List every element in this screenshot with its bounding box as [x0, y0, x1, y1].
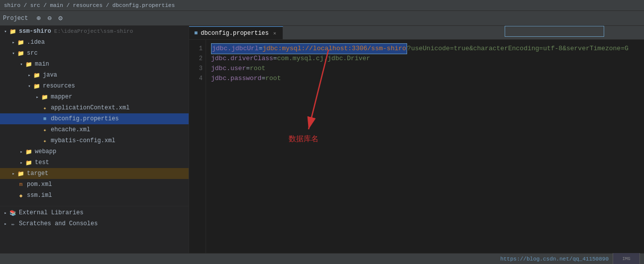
line-numbers: 1 2 3 4 — [189, 40, 206, 253]
item-label: pom.xml — [27, 181, 52, 188]
remove-icon[interactable]: ⊖ — [45, 14, 54, 23]
watermark-url: https://blog.csdn.net/qq_41150890 — [500, 256, 609, 262]
search-input[interactable] — [505, 28, 604, 35]
sidebar-item-webapp[interactable]: 📁 webapp — [0, 146, 189, 157]
prop-val-1-rest: ?useUnicode=true&characterEncoding=utf-8… — [407, 44, 629, 54]
top-breadcrumb-bar: shiro / src / main / resources / dbconfi… — [0, 0, 644, 11]
item-label: applicationContext.xml — [51, 104, 129, 111]
status-bar: https://blog.csdn.net/qq_41150890 IMG — [0, 253, 644, 264]
code-line-2: jdbc.driverClass=com.mysql.cj.jdbc.Drive… — [211, 54, 644, 64]
prop-val-3: root — [250, 64, 265, 74]
folder-target-icon: 📁 — [17, 170, 25, 177]
arrow-icon — [2, 209, 9, 216]
sidebar-item-applicationcontext[interactable]: ✦ applicationContext.xml — [0, 102, 189, 113]
sidebar-item-pom[interactable]: m pom.xml — [0, 179, 189, 190]
sidebar: 📁 ssm-shiro E:\ideaProject\ssm-shiro 📁 .… — [0, 26, 189, 253]
sidebar-item-java[interactable]: 📁 java — [0, 70, 189, 81]
prop-key-3: jdbc.user — [211, 64, 246, 74]
search-box[interactable] — [505, 26, 604, 37]
prop-val-4: root — [265, 74, 281, 84]
properties-icon: ■ — [41, 115, 49, 123]
sidebar-item-dbconfig[interactable]: ■ dbconfig.properties — [0, 113, 189, 124]
sidebar-item-test[interactable]: 📁 test — [0, 157, 189, 168]
item-label: dbconfig.properties — [51, 115, 119, 122]
folder-icon: 📁 — [17, 38, 25, 46]
arrow-icon — [18, 61, 25, 68]
item-label: ehcache.xml — [51, 126, 90, 133]
prop-key-1: jdbc.jdbcUrl — [212, 45, 259, 52]
tab-file-icon: ■ — [194, 30, 198, 37]
xml-icon: ✦ — [41, 104, 49, 112]
folder-icon: 📁 — [41, 93, 49, 101]
code-editor: 1 2 3 4 jdbc.jdbcUrl=jdbc:mysql://localh… — [189, 40, 644, 253]
arrow-icon — [26, 83, 33, 89]
item-label: webapp — [35, 148, 56, 155]
gear-icon[interactable]: ⚙ — [56, 14, 65, 23]
folder-icon: 📁 — [33, 71, 41, 79]
xml-icon: ✦ — [41, 126, 49, 134]
sidebar-item-mybatis[interactable]: ✦ mybatis-config.xml — [0, 135, 189, 146]
sidebar-item-ehcache[interactable]: ✦ ehcache.xml — [0, 124, 189, 135]
sidebar-item-scratches[interactable]: ✏ Scratches and Consoles — [0, 218, 189, 229]
folder-icon: 📁 — [17, 49, 25, 57]
prop-eq-2: = — [273, 54, 277, 64]
sidebar-item-main[interactable]: 📁 main — [0, 59, 189, 70]
arrow-icon — [10, 50, 17, 57]
sidebar-item-src[interactable]: 📁 src — [0, 48, 189, 59]
arrow-icon — [2, 220, 9, 227]
tab-dbconfig[interactable]: ■ dbconfig.properties ✕ — [189, 26, 283, 39]
arrow-icon — [10, 39, 17, 46]
item-label: java — [43, 72, 57, 79]
code-line-1: jdbc.jdbcUrl=jdbc:mysql://localhost:3306… — [211, 44, 644, 54]
breadcrumb: shiro / src / main / resources / dbconfi… — [4, 2, 175, 8]
tab-label: dbconfig.properties — [201, 30, 269, 37]
item-label: External Libraries — [19, 209, 84, 216]
arrow-icon — [34, 93, 41, 100]
add-icon[interactable]: ⊕ — [34, 14, 43, 23]
item-label: ssm-shiro — [19, 28, 51, 35]
item-label: ssm.iml — [27, 192, 52, 199]
item-label: mybatis-config.xml — [51, 137, 115, 144]
folder-icon: 📁 — [25, 159, 33, 167]
sidebar-item-ssm-iml[interactable]: ◆ ssm.iml — [0, 190, 189, 201]
editor-area: ■ dbconfig.properties ✕ 1 2 3 4 jdbc.jdb… — [189, 26, 644, 253]
item-label: resources — [43, 83, 75, 89]
path-label: E:\ideaProject\ssm-shiro — [54, 28, 133, 34]
folder-icon: 📁 — [9, 27, 17, 35]
library-icon: 📚 — [9, 209, 17, 217]
folder-icon: 📁 — [33, 82, 41, 90]
item-label: src — [27, 50, 38, 57]
folder-icon: 📁 — [25, 60, 33, 68]
xml-icon: ✦ — [41, 137, 49, 145]
pom-icon: m — [17, 180, 25, 188]
sidebar-item-external-libraries[interactable]: 📚 External Libraries — [0, 207, 189, 218]
sidebar-bottom-section: 📚 External Libraries ✏ Scratches and Con… — [0, 206, 189, 229]
prop-eq-4: = — [261, 74, 265, 84]
sidebar-item-resources[interactable]: 📁 resources — [0, 81, 189, 91]
scratches-icon: ✏ — [9, 220, 17, 228]
sidebar-item-ssm-shiro[interactable]: 📁 ssm-shiro E:\ideaProject\ssm-shiro — [0, 26, 189, 37]
arrow-icon — [26, 72, 33, 79]
sidebar-item-mapper[interactable]: 📁 mapper — [0, 91, 189, 102]
item-label: mapper — [51, 93, 72, 100]
item-label: test — [35, 159, 49, 166]
folder-icon: 📁 — [25, 148, 33, 156]
iml-icon: ◆ — [17, 191, 25, 199]
item-label: Scratches and Consoles — [19, 220, 98, 227]
prop-val-2: com.mysql.cj.jdbc.Driver — [277, 54, 370, 64]
code-line-4: jdbc.password=root — [211, 74, 644, 84]
item-label: main — [35, 61, 49, 68]
code-content[interactable]: jdbc.jdbcUrl=jdbc:mysql://localhost:3306… — [206, 40, 644, 253]
prop-key-4: jdbc.password — [211, 74, 261, 84]
toolbar: Project ⊕ ⊖ ⚙ — [0, 11, 644, 26]
selected-text: jdbc.jdbcUrl=jdbc:mysql://localhost:3306… — [211, 43, 407, 54]
project-label: Project — [3, 15, 28, 22]
sidebar-item-idea[interactable]: 📁 .idea — [0, 37, 189, 48]
arrow-icon — [10, 170, 17, 177]
item-label: .idea — [27, 39, 45, 46]
tab-close-button[interactable]: ✕ — [272, 30, 278, 36]
sidebar-item-target[interactable]: 📁 target — [0, 168, 189, 179]
arrow-icon — [18, 148, 25, 155]
prop-key-2: jdbc.driverClass — [211, 54, 273, 64]
arrow-icon — [2, 28, 9, 35]
